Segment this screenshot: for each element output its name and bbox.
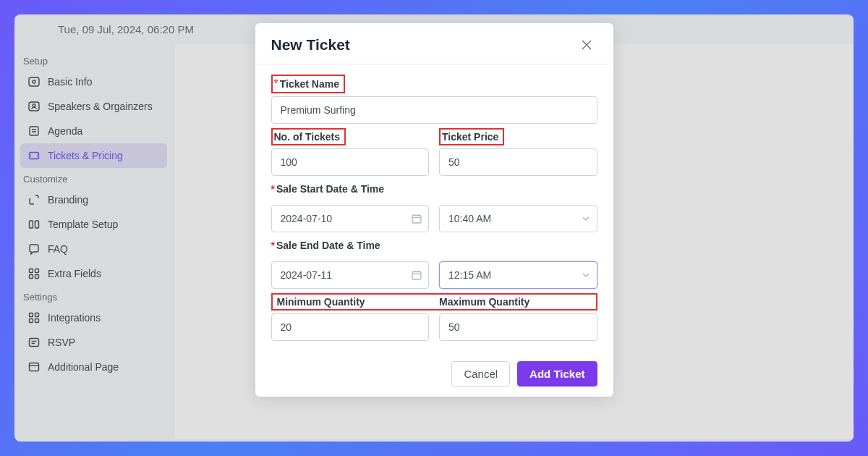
sale-end-date-input[interactable] — [271, 261, 430, 289]
app-shell: Tue, 09 Jul, 2024, 06:20 PM SetupBasic I… — [14, 14, 854, 442]
ticket-price-label: Ticket Price — [439, 128, 504, 145]
no-tickets-input[interactable] — [271, 148, 430, 176]
modal-title: New Ticket — [271, 36, 350, 54]
min-qty-input[interactable] — [271, 313, 430, 341]
ticket-name-input[interactable] — [271, 96, 597, 124]
max-qty-label: Maximum Quantity — [439, 296, 592, 308]
quantity-labels-highlight: Minimum Quantity Maximum Quantity — [271, 293, 597, 311]
max-qty-input[interactable] — [439, 313, 597, 341]
close-icon — [582, 40, 592, 50]
new-ticket-modal: New Ticket *Ticket Name — [255, 23, 613, 397]
ticket-price-input[interactable] — [439, 148, 597, 176]
svg-rect-28 — [412, 272, 421, 280]
sale-start-date-input[interactable] — [271, 205, 430, 232]
chevron-down-icon — [582, 214, 590, 223]
min-qty-label: Minimum Quantity — [277, 296, 430, 308]
no-tickets-label: No. of Tickets — [271, 128, 346, 145]
calendar-icon — [412, 214, 422, 224]
add-ticket-button[interactable]: Add Ticket — [517, 361, 597, 387]
sale-start-label: *Sale Start Date & Time — [271, 180, 385, 198]
cancel-button[interactable]: Cancel — [451, 361, 510, 387]
modal-body: *Ticket Name No. of Tickets Tic — [255, 64, 613, 352]
sale-end-time-select[interactable]: 12:15 AM — [439, 261, 597, 289]
svg-rect-24 — [412, 216, 421, 224]
modal-header: New Ticket — [255, 23, 613, 64]
chevron-down-icon — [582, 271, 590, 279]
calendar-icon — [412, 270, 422, 280]
ticket-name-label: *Ticket Name — [271, 75, 345, 93]
close-button[interactable] — [576, 37, 597, 53]
sale-start-time-select[interactable]: 10:40 AM — [439, 205, 597, 232]
sale-end-label: *Sale End Date & Time — [271, 237, 380, 254]
modal-overlay: New Ticket *Ticket Name — [14, 14, 854, 442]
modal-footer: Cancel Add Ticket — [255, 352, 613, 397]
